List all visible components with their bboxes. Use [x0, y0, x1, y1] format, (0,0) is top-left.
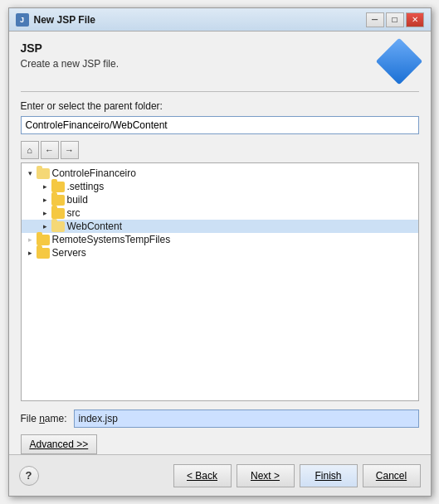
folder-icon: [37, 248, 50, 259]
folder-icon: [37, 168, 50, 179]
tree-item-label: ControleFinanceiro: [52, 167, 136, 179]
back-label: < Back: [187, 470, 217, 482]
folder-icon: [51, 221, 65, 232]
close-button[interactable]: ✕: [406, 12, 424, 27]
folder-icon: [37, 235, 50, 245]
nav-forward-button[interactable]: →: [61, 141, 79, 159]
header-text: JSP Create a new JSP file.: [21, 41, 379, 70]
titlebar: J New JSP File ─ □ ✕: [9, 8, 431, 32]
window-icon-label: J: [20, 16, 24, 24]
nav-home-button[interactable]: ⌂: [21, 141, 39, 159]
nav-back-button[interactable]: ←: [41, 141, 59, 159]
next-button[interactable]: Next >: [237, 464, 295, 487]
tree-item-label: build: [67, 194, 88, 206]
filename-label-underline: n: [39, 413, 45, 424]
help-button[interactable]: ?: [19, 466, 39, 486]
tree-expander[interactable]: ▸: [25, 247, 37, 259]
advanced-label-a: Advanced >>: [30, 439, 89, 450]
header-logo: [379, 41, 419, 81]
tree-item[interactable]: ▸ Servers: [22, 246, 418, 259]
tree-item-label: Servers: [52, 247, 86, 259]
window-title: New JSP File: [34, 14, 366, 26]
footer-buttons: < Back Next > Finish Cancel: [173, 464, 421, 487]
finish-label: Finish: [315, 470, 341, 482]
tree-expander[interactable]: ▾: [25, 167, 37, 179]
nav-toolbar: ⌂ ← →: [21, 141, 419, 159]
folder-input[interactable]: [21, 116, 419, 134]
folder-tree[interactable]: ▾ ControleFinanceiro ▸ .settings ▸ build…: [21, 162, 419, 401]
dialog-window: J New JSP File ─ □ ✕ JSP Create a new JS…: [8, 7, 432, 497]
page-title: JSP: [21, 41, 379, 55]
tree-item-label: src: [67, 207, 80, 219]
bottom-section: File name: Advanced >>: [9, 401, 431, 454]
next-label: Next >: [251, 470, 280, 482]
page-subtitle: Create a new JSP file.: [21, 58, 379, 70]
header-divider: [21, 91, 419, 92]
tree-item[interactable]: ▸ .settings: [22, 180, 418, 193]
advanced-button[interactable]: Advanced >>: [21, 434, 98, 454]
tree-item-label: .settings: [67, 181, 105, 192]
back-button[interactable]: < Back: [173, 464, 232, 487]
folder-icon: [51, 195, 65, 206]
window-icon: J: [16, 13, 29, 27]
filename-input[interactable]: [74, 410, 419, 428]
tree-expander[interactable]: ▸: [40, 194, 51, 206]
tree-item-label: WebContent: [67, 220, 123, 232]
minimize-button[interactable]: ─: [366, 12, 384, 27]
tree-item[interactable]: ▸ RemoteSystemsTempFiles: [22, 233, 418, 246]
folder-label: Enter or select the parent folder:: [21, 100, 419, 112]
logo-diamond: [375, 38, 422, 85]
tree-item-webcontent[interactable]: ▸ WebContent: [22, 220, 418, 233]
tree-expander[interactable]: ▸: [40, 220, 51, 232]
tree-item[interactable]: ▸ src: [22, 206, 418, 220]
dialog-content: JSP Create a new JSP file. Enter or sele…: [9, 32, 431, 401]
help-icon: ?: [26, 469, 32, 482]
folder-icon: [51, 208, 65, 219]
filename-row: File name:: [21, 410, 419, 428]
titlebar-controls: ─ □ ✕: [366, 12, 424, 27]
tree-item[interactable]: ▾ ControleFinanceiro: [22, 167, 418, 180]
restore-button[interactable]: □: [386, 12, 404, 27]
cancel-button[interactable]: Cancel: [363, 464, 421, 487]
tree-expander[interactable]: ▸: [40, 207, 51, 219]
footer-left: ?: [19, 466, 39, 486]
tree-expander[interactable]: ▸: [40, 181, 51, 192]
finish-button[interactable]: Finish: [300, 464, 358, 487]
tree-item-label: RemoteSystemsTempFiles: [52, 234, 171, 245]
dialog-header: JSP Create a new JSP file.: [21, 41, 419, 81]
filename-label: File name:: [21, 413, 67, 424]
tree-expander[interactable]: ▸: [25, 234, 37, 245]
folder-icon: [51, 182, 65, 192]
tree-item[interactable]: ▸ build: [22, 193, 418, 206]
dialog-footer: ? < Back Next > Finish Cancel: [9, 454, 431, 496]
cancel-label: Cancel: [376, 470, 407, 482]
